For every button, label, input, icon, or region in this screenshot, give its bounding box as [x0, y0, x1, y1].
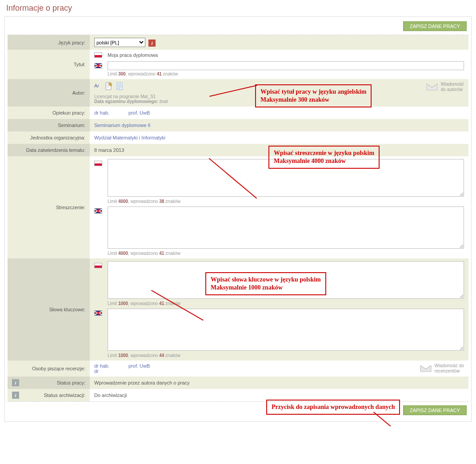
keywords-en-textarea[interactable]: [108, 309, 464, 351]
title-limit-info: Limit 300, wprowadzono 41 znaków: [108, 71, 464, 76]
flag-pl-icon: [94, 161, 102, 166]
label-status: i Status pracy:: [8, 377, 90, 389]
label-author: Autor:: [8, 79, 90, 107]
flag-gb-icon: [94, 63, 102, 68]
doc-icon-2[interactable]: [116, 82, 124, 91]
keywords-en-limit: Limit 1000, wprowadzono 44 znaków: [108, 353, 464, 358]
label-supervisor: Opiekun pracy:: [8, 107, 90, 119]
main-panel: ZAPISZ DANE PRACY Język pracy: polski [P…: [4, 16, 472, 422]
label-seminar: Seminarium:: [8, 119, 90, 131]
flag-pl-icon: [94, 263, 102, 268]
abstract-en-limit: Limit 4000, wprowadzono 41 znaków: [108, 251, 464, 256]
label-keywords: Słowa kluczowe:: [8, 258, 90, 361]
flag-gb-icon: [94, 208, 102, 214]
doc-icon-1[interactable]: [105, 82, 113, 91]
reviewer-1[interactable]: dr hab. prof. UwB: [94, 363, 464, 369]
label-abstract: Streszczenie:: [8, 156, 90, 258]
info-icon[interactable]: i: [12, 392, 19, 399]
keywords-pl-limit: Limit 1000, wprowadzono 41 znaków: [108, 301, 464, 306]
flag-gb-icon: [94, 310, 102, 316]
save-button-bottom[interactable]: ZAPISZ DANE PRACY: [403, 405, 467, 415]
orgunit-link[interactable]: Wydział Matematyki i Informatyki: [94, 135, 165, 140]
label-title: Tytuł:: [8, 50, 90, 79]
info-icon[interactable]: i: [12, 379, 19, 386]
page-title: Informacje o pracy: [0, 0, 476, 15]
label-approve-date: Data zatwierdzenia tematu:: [8, 144, 90, 156]
svg-rect-1: [117, 83, 122, 90]
message-authors-link[interactable]: Wiadomość do autorów: [426, 82, 464, 92]
save-button-top[interactable]: ZAPISZ DANE PRACY: [403, 21, 467, 31]
supervisor-link[interactable]: dr hab. prof. UwB: [94, 110, 150, 115]
archive-value: Do archiwizacji: [90, 389, 468, 401]
status-value: Wprowadzenie przez autora danych o pracy: [90, 377, 468, 389]
abstract-en-textarea[interactable]: [108, 206, 464, 249]
form-table: Język pracy: polski [PL] i Tytuł: Moja p…: [8, 35, 468, 401]
label-orgunit: Jednostka organizacyjna:: [8, 131, 90, 144]
author-program: Licencjat na programie Mat_S1: [94, 94, 464, 99]
label-reviewers: Osoby piszące recenzje:: [8, 361, 90, 377]
abstract-pl-limit: Limit 4000, wprowadzono 38 znaków: [108, 199, 464, 204]
flag-pl-icon: [94, 52, 102, 58]
author-name[interactable]: Ar: [94, 83, 99, 88]
language-select[interactable]: polski [PL]: [94, 38, 145, 47]
author-exam: Data egzaminu dyplomowego: brak: [94, 99, 464, 104]
message-reviewers-link[interactable]: Wiadomość do recenzentów: [420, 363, 464, 374]
top-save-bar: ZAPISZ DANE PRACY: [8, 20, 468, 35]
seminar-link[interactable]: Seminarium dyplomowe II: [94, 123, 151, 128]
approve-date-value: 8 marca 2013: [90, 144, 468, 156]
keywords-pl-textarea[interactable]: [108, 261, 464, 299]
bottom-save-bar: ZAPISZ DANE PRACY: [8, 401, 468, 417]
reviewer-2[interactable]: dr: [94, 369, 464, 374]
title-en-input[interactable]: [108, 61, 464, 70]
abstract-pl-textarea[interactable]: [108, 159, 464, 197]
label-language: Język pracy:: [8, 35, 90, 50]
label-archive-status: i Status archiwizacji:: [8, 389, 90, 401]
info-icon[interactable]: i: [148, 40, 156, 47]
title-pl-text: Moja praca dyplomowa: [108, 52, 158, 58]
